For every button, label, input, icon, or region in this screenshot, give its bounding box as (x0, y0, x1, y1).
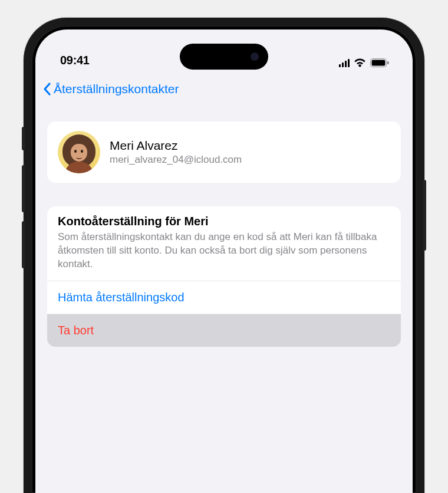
contact-name: Meri Alvarez (110, 139, 390, 153)
contact-card: Meri Alvarez meri_alvarez_04@icloud.com (47, 121, 401, 183)
wifi-icon (354, 58, 366, 67)
avatar (58, 131, 100, 173)
remove-button[interactable]: Ta bort (47, 314, 401, 347)
battery-icon (370, 58, 389, 67)
recovery-info-block: Kontoåterställning för Meri Som återstäl… (47, 206, 401, 281)
cell-signal-icon (339, 59, 350, 67)
get-recovery-code-button[interactable]: Hämta återställningskod (47, 281, 401, 314)
contact-email: meri_alvarez_04@icloud.com (110, 154, 390, 166)
recovery-description: Som återställningskontakt kan du ange en… (58, 231, 390, 271)
chevron-left-icon (42, 82, 52, 96)
nav-bar: Återställningskontakter (35, 74, 413, 104)
back-label: Återställningskontakter (54, 82, 179, 96)
svg-rect-2 (387, 61, 389, 64)
phone-frame: 09:41 (24, 18, 424, 493)
screen: 09:41 (35, 29, 413, 493)
back-button[interactable]: Återställningskontakter (42, 82, 179, 96)
side-button-volume-down (22, 221, 25, 268)
svg-rect-1 (372, 60, 386, 66)
status-time: 09:41 (60, 54, 90, 67)
dynamic-island (180, 44, 268, 70)
side-button-volume-up (22, 165, 25, 212)
side-button-silent (22, 127, 25, 150)
recovery-card: Kontoåterställning för Meri Som återstäl… (47, 206, 401, 347)
recovery-title: Kontoåterställning för Meri (58, 215, 390, 228)
status-icons (339, 58, 390, 67)
side-button-power (423, 180, 426, 251)
